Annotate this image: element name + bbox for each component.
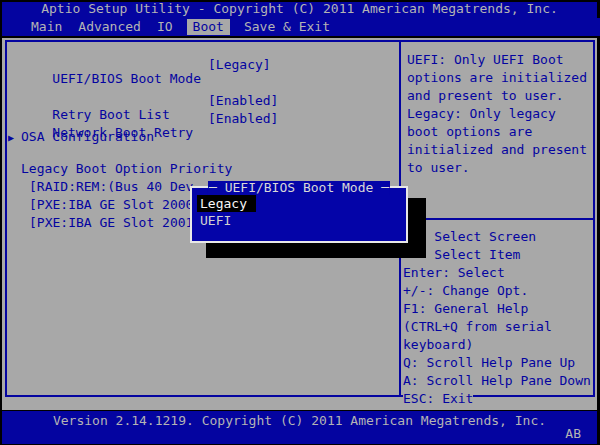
key-hints-panel: Select Screen Select Item Enter: Select … [403,230,591,410]
submenu-osa-configuration[interactable]: OSA Configuration [21,130,154,144]
key-hint-text: (CTRL+Q from serial [403,319,552,334]
option-boot-mode-value[interactable]: [Legacy] [208,58,271,72]
option-network-boot-retry[interactable]: Network Boot Retry [21,112,193,126]
boot-mode-popup: ─ UEFI/BIOS Boot Mode ─ Legacy UEFI [190,186,408,243]
key-hint: +/-: Change Opt. [403,284,591,302]
tab-save-exit[interactable]: Save & Exit [242,19,332,35]
key-hint-text: keyboard) [403,337,473,352]
popup-option-label: Legacy [197,195,256,212]
footer-bar: Version 2.14.1219. Copyright (C) 2011 Am… [2,410,597,444]
key-hint: F1: General Help [403,302,591,320]
option-label: UEFI/BIOS Boot Mode [52,71,201,86]
boot-entry-pxe-2000[interactable]: [PXE:IBA GE Slot 2000 [29,198,193,212]
key-hint-text: Enter: Select [403,265,505,280]
help-text: UEFI: Only UEFI Boot options are initial… [407,51,589,177]
popup-options: Legacy UEFI [197,197,402,231]
app-title: Aptio Setup Utility - Copyright (C) 2011… [41,1,558,16]
key-hint-text: A: Scroll Help Pane Down [403,373,591,388]
key-hint: Q: Scroll Help Pane Up [403,356,591,374]
tab-io[interactable]: IO [155,19,175,35]
key-hint-text: +/-: Change Opt. [403,283,528,298]
key-hint: (CTRL+Q from serial [403,320,591,338]
option-retry-boot-list[interactable]: Retry Boot List [21,94,170,108]
key-hint-text: ESC: Exit [403,391,473,406]
popup-option-uefi[interactable]: UEFI [197,214,402,231]
option-retry-boot-list-value[interactable]: [Enabled] [208,94,278,108]
help-keys-divider [401,218,593,220]
key-hint-text: Q: Scroll Help Pane Up [403,355,575,370]
tab-main[interactable]: Main [29,19,64,35]
app-title-bar: Aptio Setup Utility - Copyright (C) 2011… [2,2,597,18]
popup-title: ─ UEFI/BIOS Boot Mode ─ [208,181,390,195]
tab-advanced[interactable]: Advanced [76,19,143,35]
version-text: Version 2.14.1219. Copyright (C) 2011 Am… [2,414,597,428]
key-hint-text: F1: General Help [403,301,528,316]
boot-entry-pxe-2001[interactable]: [PXE:IBA GE Slot 2001 [29,216,193,230]
key-hint: A: Scroll Help Pane Down [403,374,591,392]
key-hint: Select Item [403,248,591,266]
option-network-boot-retry-value[interactable]: [Enabled] [208,112,278,126]
key-hint: keyboard) [403,338,591,356]
submenu-arrow-icon: ▶ [8,131,14,145]
key-hint: Select Screen [403,230,591,248]
key-hint: ESC: Exit [403,392,591,410]
footer-corner-label: AB [565,427,581,441]
option-boot-mode[interactable]: UEFI/BIOS Boot Mode [21,58,201,72]
bios-setup-screen: Aptio Setup Utility - Copyright (C) 2011… [0,0,600,445]
tab-boot[interactable]: Boot [187,19,230,35]
boot-entry-raid[interactable]: [RAID:REM:(Bus 40 Dev [29,180,193,194]
section-title-legacy-priority: Legacy Boot Option Priority [21,162,232,176]
menu-bar: Main Advanced IO Boot Save & Exit [2,18,600,38]
key-hint: Enter: Select [403,266,591,284]
popup-option-label: UEFI [197,212,234,229]
